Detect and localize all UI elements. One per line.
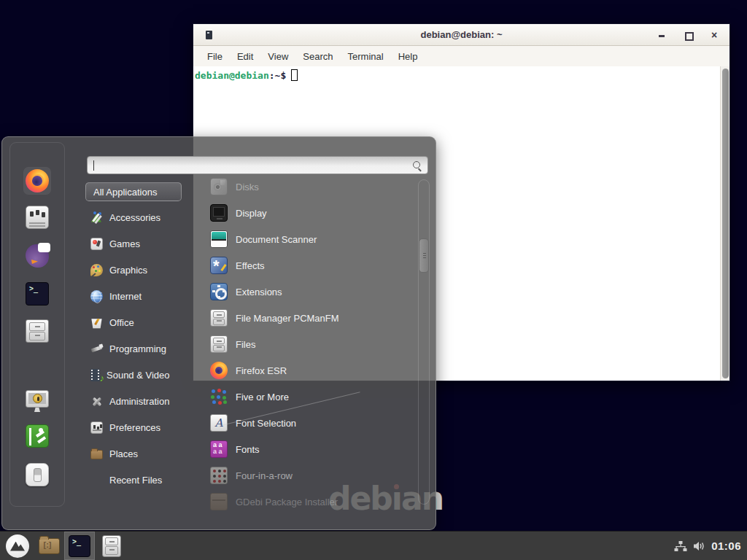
taskbar-terminal-button[interactable] xyxy=(64,532,95,560)
search-icon xyxy=(412,160,422,171)
terminal-scrollbar-handle[interactable] xyxy=(722,69,729,378)
app-firefox-esr[interactable]: Firefox ESR xyxy=(210,357,416,384)
prompt-user: debian@debian xyxy=(195,70,269,81)
terminal-scrollbar[interactable] xyxy=(720,66,729,381)
app-fonts[interactable]: Fonts xyxy=(210,436,416,462)
category-all-applications[interactable]: All Applications xyxy=(85,182,182,201)
app-file-manager-pcmanfm[interactable]: File Manager PCManFM xyxy=(210,305,416,331)
sidebar-file-manager[interactable] xyxy=(24,318,50,344)
text-caret xyxy=(93,160,94,171)
menu-terminal[interactable]: Terminal xyxy=(341,51,391,62)
app-font-selection[interactable]: Font Selection xyxy=(210,410,416,436)
app-extensions[interactable]: Extensions xyxy=(210,279,416,305)
application-menu: All Applications Accessories Games Graph… xyxy=(1,136,436,530)
menu-orb-icon xyxy=(6,534,29,558)
no-icon xyxy=(90,474,103,486)
category-graphics[interactable]: Graphics xyxy=(85,257,202,283)
sidebar-control-center[interactable] xyxy=(24,204,50,230)
disks-icon xyxy=(210,178,228,195)
menu-button[interactable] xyxy=(0,532,34,560)
sidebar-firefox[interactable] xyxy=(24,168,50,194)
games-icon xyxy=(90,238,103,250)
document-scanner-icon xyxy=(210,230,228,248)
category-preferences[interactable]: Preferences xyxy=(85,414,202,440)
volume-icon[interactable] xyxy=(693,540,705,552)
taskbar-files-button[interactable] xyxy=(95,532,128,560)
category-places[interactable]: Places xyxy=(85,440,202,467)
terminal-window-title: debian@debian: ~ xyxy=(193,29,729,40)
app-effects[interactable]: Effects xyxy=(210,252,416,279)
menu-scrollbar-handle[interactable] xyxy=(419,238,429,273)
sound-video-icon xyxy=(90,369,100,381)
file-cabinet-icon xyxy=(102,535,121,557)
category-office[interactable]: Office xyxy=(85,309,202,335)
terminal-icon xyxy=(69,535,90,557)
close-button[interactable]: × xyxy=(709,30,719,40)
network-icon[interactable] xyxy=(674,540,687,552)
category-accessories[interactable]: Accessories xyxy=(85,204,202,230)
lock-screen-icon xyxy=(26,390,49,408)
menu-help[interactable]: Help xyxy=(391,51,425,62)
administration-icon xyxy=(90,395,103,408)
firefox-icon xyxy=(210,362,228,379)
minimize-button[interactable] xyxy=(657,30,667,40)
menu-file[interactable]: File xyxy=(200,51,230,62)
menu-search[interactable]: Search xyxy=(295,51,340,62)
font-selection-icon xyxy=(210,414,228,432)
firefox-icon xyxy=(26,169,49,192)
category-administration[interactable]: Administration xyxy=(85,388,202,414)
terminal-window-icon xyxy=(206,31,212,39)
taskbar: 01:06 xyxy=(0,531,747,560)
window-controls: × xyxy=(657,24,719,46)
taskbar-clock[interactable]: 01:06 xyxy=(711,540,741,552)
taskbar-left xyxy=(0,532,128,560)
app-display[interactable]: Display xyxy=(210,200,416,226)
search-input[interactable] xyxy=(88,157,427,174)
sidebar-terminal[interactable] xyxy=(24,281,50,307)
app-disks[interactable]: Disks xyxy=(210,174,416,200)
app-document-scanner[interactable]: Document Scanner xyxy=(210,226,416,252)
menu-view[interactable]: View xyxy=(260,51,295,62)
accessories-icon xyxy=(90,211,103,224)
gdebi-icon xyxy=(210,493,228,510)
fonts-icon xyxy=(210,440,228,458)
file-cabinet-icon xyxy=(210,335,228,353)
sidebar-shutdown[interactable] xyxy=(24,462,50,488)
log-out-icon xyxy=(26,424,49,448)
office-icon xyxy=(90,316,103,329)
menu-edit[interactable]: Edit xyxy=(230,51,260,62)
desktop: debıan debian@debian: ~ × File Edit View… xyxy=(0,0,747,560)
category-games[interactable]: Games xyxy=(85,230,202,257)
sidebar-pidgin[interactable] xyxy=(24,243,50,269)
programming-icon xyxy=(90,343,103,355)
sidebar-log-out[interactable] xyxy=(24,423,50,449)
terminal-titlebar[interactable]: debian@debian: ~ × xyxy=(193,24,729,46)
category-internet[interactable]: Internet xyxy=(85,283,202,309)
sidebar-lock-screen[interactable] xyxy=(24,385,50,411)
category-programming[interactable]: Programming xyxy=(85,335,202,362)
file-manager-icon xyxy=(26,319,49,343)
taskbar-file-manager-button[interactable] xyxy=(34,532,64,560)
app-four-in-a-row[interactable]: Four-in-a-row xyxy=(210,462,416,489)
application-list: Disks Display Document Scanner Effects E… xyxy=(210,174,416,515)
shutdown-icon xyxy=(26,463,49,486)
graphics-icon xyxy=(90,264,103,276)
category-sound-video[interactable]: Sound & Video xyxy=(85,362,202,388)
terminal-icon xyxy=(26,282,49,306)
pidgin-icon xyxy=(26,244,49,268)
preferences-icon xyxy=(90,421,103,434)
menu-scrollbar-track[interactable] xyxy=(418,179,430,505)
system-tray: 01:06 xyxy=(674,532,747,560)
prompt-symbol: :~$ xyxy=(269,70,286,81)
app-gdebi-package-installer[interactable]: GDebi Package Installer xyxy=(210,489,416,515)
app-five-or-more[interactable]: Five or More xyxy=(210,384,416,410)
app-files[interactable]: Files xyxy=(210,331,416,357)
effects-icon xyxy=(210,257,228,274)
display-icon xyxy=(210,204,228,222)
category-list: Accessories Games Graphics Internet Offi… xyxy=(85,204,202,493)
internet-icon xyxy=(90,290,103,303)
folder-icon xyxy=(39,538,60,554)
menu-search-box xyxy=(87,156,428,174)
maximize-button[interactable] xyxy=(683,30,693,40)
category-recent-files[interactable]: Recent Files xyxy=(85,467,202,493)
